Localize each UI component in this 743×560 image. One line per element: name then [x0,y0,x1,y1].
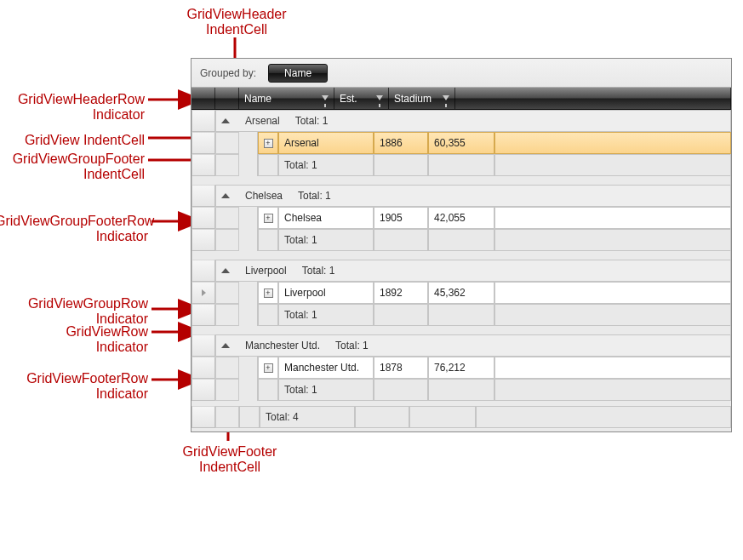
anno-indent-cell: GridView IndentCell [9,133,145,148]
cell-name: Arsenal [278,132,374,154]
indent-cell [215,132,239,154]
table-row[interactable]: +Chelsea190542,055 [191,207,731,229]
group-row-content: Manchester Utd.Total: 1 [215,334,731,357]
gf-fill [494,304,731,326]
filter-icon[interactable] [376,95,383,102]
group-row-content: LiverpoolTotal: 1 [215,260,731,282]
anno-row-indicator: GridViewRowIndicator [51,324,148,354]
group-row-content: ArsenalTotal: 1 [215,110,731,132]
anno-headerrow-indicator: GridViewHeaderRowIndicator [9,92,145,122]
gf-fill [494,154,731,176]
gf-est [374,379,428,401]
expand-cell[interactable]: + [258,282,278,304]
plus-icon: + [264,289,273,298]
gf-fill [494,229,731,251]
group-name: Arsenal [245,115,280,127]
inner-indent [239,357,258,379]
collapse-icon[interactable] [221,266,230,275]
gf-fill [494,379,731,401]
inner-indent [239,154,258,176]
group-footer-row-indicator [191,379,215,401]
group-footer-indent-cell [215,304,239,326]
group-total: Total: 1 [302,265,335,277]
group-footer-indent-cell [215,379,239,401]
plus-icon: + [264,139,273,148]
header-row-indicator [191,88,215,109]
group-row[interactable]: LiverpoolTotal: 1 [191,260,731,282]
collapse-icon[interactable] [221,117,230,125]
indent-cell [215,282,239,304]
cell-est: 1886 [374,132,428,154]
group-footer-row: Total: 1 [191,154,731,176]
gf-stadium [428,379,494,401]
group-footer-indent-cell [215,229,239,251]
row-indicator [191,357,215,379]
collapse-icon[interactable] [221,191,230,200]
table-row[interactable]: +Liverpool189245,362 [191,282,731,304]
gf-total: Total: 1 [278,379,374,401]
gf-stadium [428,229,494,251]
group-row[interactable]: Manchester Utd.Total: 1 [191,334,731,357]
expand-cell[interactable]: + [258,132,278,154]
header-row: Name Est. Stadium [191,88,731,110]
gf-expand-spacer [258,229,278,251]
footer-row-indicator [191,406,215,428]
group-row-indicator [191,185,215,207]
footer-est [355,406,409,428]
header-indent-cell [215,88,239,109]
inner-indent [239,282,258,304]
group-footer-row-indicator [191,154,215,176]
group-row-content: ChelseaTotal: 1 [215,185,731,207]
current-row-icon [202,289,206,296]
anno-header-indent: GridViewHeaderIndentCell [177,7,296,37]
cell-fill [494,357,731,379]
row-indicator [191,132,215,154]
footer-row: Total: 4 [191,406,731,428]
group-gap [191,251,731,260]
group-row-indicator [191,260,215,282]
anno-footer-indent: GridViewFooterIndentCell [170,444,289,474]
group-name: Liverpool [245,265,287,277]
gf-stadium [428,304,494,326]
anno-groupfooter-indent: GridViewGroupFooterIndentCell [9,151,145,181]
footer-stadium [409,406,476,428]
group-footer-row: Total: 1 [191,379,731,401]
cell-est: 1878 [374,357,428,379]
cell-est: 1905 [374,207,428,229]
group-row-indicator [191,334,215,357]
cell-stadium: 76,212 [428,357,494,379]
expand-cell[interactable]: + [258,207,278,229]
group-footer-row-indicator [191,229,215,251]
gf-total: Total: 1 [278,304,374,326]
anno-grouprow-indicator: GridViewGroupRowIndicator [20,296,148,326]
group-by-button[interactable]: Name [268,64,328,83]
column-header-est[interactable]: Est. [334,88,389,109]
cell-fill [494,207,731,229]
group-row[interactable]: ArsenalTotal: 1 [191,110,731,132]
group-footer-row: Total: 1 [191,304,731,326]
filter-icon[interactable] [443,95,449,102]
inner-indent [239,304,258,326]
table-row[interactable]: +Manchester Utd.187876,212 [191,357,731,379]
footer-fill [476,406,731,428]
table-row[interactable]: +Arsenal188660,355 [191,132,731,154]
column-header-stadium[interactable]: Stadium [389,88,455,109]
gf-expand-spacer [258,154,278,176]
inner-indent [239,132,258,154]
group-name: Chelsea [245,190,283,202]
group-row-indicator [191,110,215,132]
gf-stadium [428,154,494,176]
filter-icon[interactable] [322,95,329,102]
inner-indent [239,207,258,229]
group-total: Total: 1 [295,115,329,127]
gf-total: Total: 1 [278,154,374,176]
cell-name: Chelsea [278,207,374,229]
collapse-icon[interactable] [221,341,230,350]
footer-expand-spacer [239,406,260,428]
group-row[interactable]: ChelseaTotal: 1 [191,185,731,207]
expand-cell[interactable]: + [258,357,278,379]
cell-est: 1892 [374,282,428,304]
group-footer-indent-cell [215,154,239,176]
column-header-name[interactable]: Name [239,88,334,109]
gf-est [374,154,428,176]
